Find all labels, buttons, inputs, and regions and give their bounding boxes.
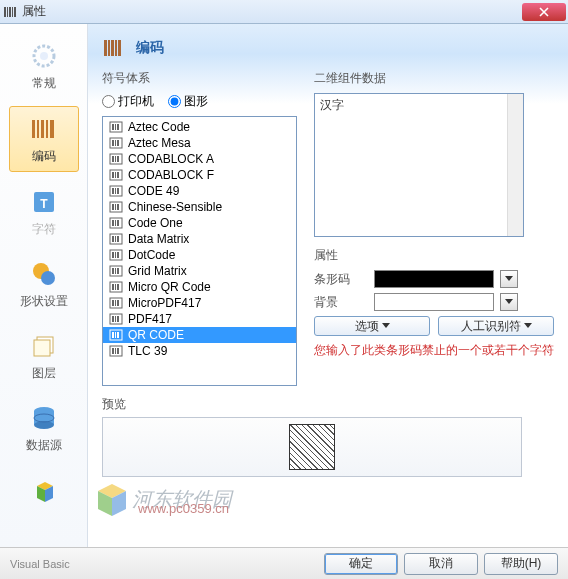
svg-rect-61 — [117, 236, 119, 242]
code-icon — [109, 265, 123, 277]
background-color-swatch[interactable] — [374, 293, 494, 311]
close-button[interactable] — [522, 3, 566, 21]
sidebar-item-extra[interactable] — [9, 468, 79, 509]
svg-rect-0 — [4, 7, 6, 17]
list-item[interactable]: Chinese-Sensible — [103, 199, 296, 215]
svg-marker-95 — [98, 491, 112, 516]
list-item[interactable]: CODABLOCK A — [103, 151, 296, 167]
list-item[interactable]: Micro QR Code — [103, 279, 296, 295]
svg-rect-36 — [115, 140, 116, 146]
data-textbox[interactable]: 汉字 — [314, 93, 524, 237]
list-item[interactable]: Data Matrix — [103, 231, 296, 247]
svg-rect-10 — [46, 120, 48, 138]
options-button[interactable]: 选项 — [314, 316, 430, 336]
svg-rect-51 — [112, 204, 114, 210]
list-item[interactable]: DotCode — [103, 247, 296, 263]
list-item[interactable]: QR CODE — [103, 327, 296, 343]
barcode-color-dropdown[interactable] — [500, 270, 518, 288]
radio-graphic-input[interactable] — [168, 95, 181, 108]
radio-printer[interactable]: 打印机 — [102, 93, 154, 110]
svg-rect-59 — [112, 236, 114, 242]
svg-marker-96 — [112, 491, 126, 516]
code-icon — [109, 233, 123, 245]
code-icon — [109, 201, 123, 213]
barcode-icon — [102, 36, 126, 60]
preview-box — [102, 417, 522, 477]
symbol-listbox[interactable]: Aztec CodeAztec MesaCODABLOCK ACODABLOCK… — [102, 116, 297, 386]
background-color-label: 背景 — [314, 294, 368, 311]
sidebar: 常规 编码 T 字符 形状设置 图层 — [0, 24, 88, 547]
svg-rect-29 — [118, 40, 121, 56]
svg-rect-2 — [9, 7, 11, 17]
human-readable-button[interactable]: 人工识别符 — [438, 316, 554, 336]
list-item-label: TLC 39 — [128, 344, 167, 358]
list-item-label: Aztec Code — [128, 120, 190, 134]
svg-rect-56 — [115, 220, 116, 226]
list-item-label: Code One — [128, 216, 183, 230]
sidebar-item-text[interactable]: T 字符 — [9, 180, 79, 244]
svg-rect-28 — [115, 40, 117, 56]
barcode-color-label: 条形码 — [314, 271, 368, 288]
svg-rect-44 — [115, 172, 116, 178]
svg-rect-7 — [32, 120, 35, 138]
text-icon: T — [28, 186, 60, 218]
list-item-label: Micro QR Code — [128, 280, 211, 294]
code-icon — [109, 185, 123, 197]
list-item[interactable]: CODABLOCK F — [103, 167, 296, 183]
sidebar-item-layers[interactable]: 图层 — [9, 324, 79, 388]
svg-rect-65 — [117, 252, 119, 258]
svg-rect-43 — [112, 172, 114, 178]
data-group-title: 二维组件数据 — [314, 70, 554, 87]
svg-marker-90 — [505, 276, 513, 281]
svg-marker-91 — [505, 299, 513, 304]
svg-rect-79 — [112, 316, 114, 322]
code-icon — [109, 297, 123, 309]
list-item[interactable]: Aztec Code — [103, 119, 296, 135]
list-item[interactable]: MicroPDF417 — [103, 295, 296, 311]
sidebar-item-label: 编码 — [32, 148, 56, 165]
ok-button[interactable]: 确定 — [324, 553, 398, 575]
cube-icon — [28, 474, 60, 506]
app-icon — [2, 4, 18, 20]
page-title: 编码 — [136, 39, 164, 57]
sidebar-item-datasource[interactable]: 数据源 — [9, 396, 79, 460]
gear-icon — [28, 40, 60, 72]
scrollbar[interactable] — [507, 94, 523, 236]
code-icon — [109, 153, 123, 165]
list-item[interactable]: Grid Matrix — [103, 263, 296, 279]
sidebar-item-shape[interactable]: 形状设置 — [9, 252, 79, 316]
cancel-button[interactable]: 取消 — [404, 553, 478, 575]
background-color-dropdown[interactable] — [500, 293, 518, 311]
sidebar-item-label: 字符 — [32, 221, 56, 238]
radio-graphic[interactable]: 图形 — [168, 93, 208, 110]
radio-printer-input[interactable] — [102, 95, 115, 108]
list-item[interactable]: CODE 49 — [103, 183, 296, 199]
list-item-label: DotCode — [128, 248, 175, 262]
sidebar-item-label: 数据源 — [26, 437, 62, 454]
svg-text:T: T — [40, 197, 48, 211]
data-value: 汉字 — [320, 98, 344, 112]
list-item[interactable]: Code One — [103, 215, 296, 231]
sidebar-item-encoding[interactable]: 编码 — [9, 106, 79, 172]
options-button-label: 选项 — [355, 318, 379, 335]
sidebar-item-general[interactable]: 常规 — [9, 34, 79, 98]
list-item[interactable]: TLC 39 — [103, 343, 296, 359]
svg-rect-37 — [117, 140, 119, 146]
barcode-color-swatch[interactable] — [374, 270, 494, 288]
svg-rect-87 — [112, 348, 114, 354]
code-icon — [109, 345, 123, 357]
window-title: 属性 — [22, 3, 522, 20]
list-item[interactable]: Aztec Mesa — [103, 135, 296, 151]
help-button[interactable]: 帮助(H) — [484, 553, 558, 575]
svg-rect-89 — [117, 348, 119, 354]
svg-rect-64 — [115, 252, 116, 258]
svg-rect-25 — [104, 40, 107, 56]
code-icon — [109, 121, 123, 133]
list-item[interactable]: PDF417 — [103, 311, 296, 327]
code-icon — [109, 313, 123, 325]
svg-rect-77 — [117, 300, 119, 306]
status-text: Visual Basic — [10, 558, 70, 570]
svg-rect-27 — [111, 40, 114, 56]
svg-rect-40 — [115, 156, 116, 162]
svg-rect-9 — [41, 120, 44, 138]
